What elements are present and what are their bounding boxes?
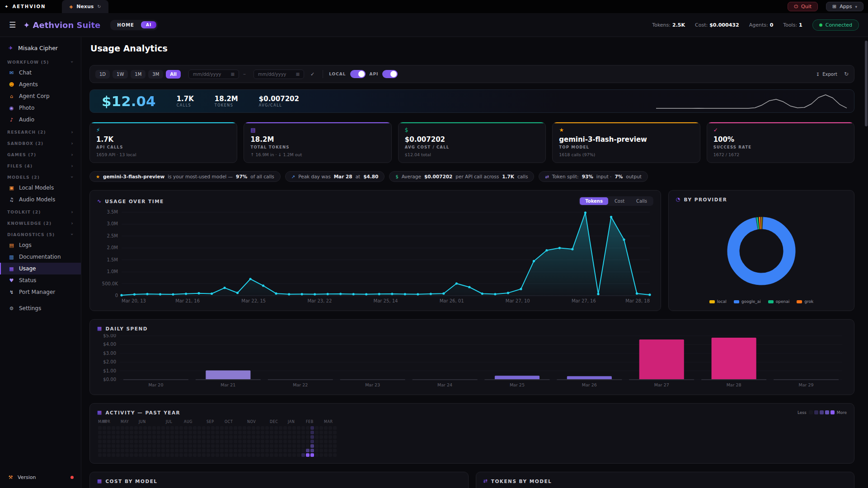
tab-nexus[interactable]: ◈ Nexus ↻ bbox=[62, 0, 108, 13]
apply-dates-button[interactable]: ✓ bbox=[308, 71, 317, 77]
range-button-1m[interactable]: 1M bbox=[131, 70, 145, 79]
mode-tokens-button[interactable]: Tokens bbox=[580, 197, 608, 205]
insight-pill[interactable]: $Average $0.007202 per API call across 1… bbox=[389, 171, 534, 182]
export-button[interactable]: ↧ Export bbox=[816, 72, 837, 77]
heatmap-cell bbox=[225, 431, 228, 434]
sidebar-item-documentation[interactable]: ▥Documentation bbox=[0, 251, 81, 263]
heatmap-cell bbox=[319, 426, 323, 430]
local-toggle[interactable] bbox=[350, 70, 366, 78]
sidebar-section-diagnostics-5[interactable]: DIAGNOSTICS (5)› bbox=[0, 228, 81, 239]
insight-pill[interactable]: ★gemini-3-flash-preview is your most-use… bbox=[89, 171, 281, 182]
heatmap-cell bbox=[306, 449, 310, 452]
insight-pill[interactable]: ⇄Token split: 93% input · 7% output bbox=[539, 171, 648, 182]
heatmap-cell bbox=[234, 435, 237, 439]
svg-text:Mar 27, 16: Mar 27, 16 bbox=[572, 298, 596, 303]
tab-label: Nexus bbox=[76, 4, 94, 9]
heatmap-cell bbox=[247, 435, 251, 439]
heatmap-cell bbox=[166, 449, 169, 452]
card-accent-bar bbox=[399, 122, 545, 123]
scrollbar-thumb[interactable] bbox=[865, 41, 868, 126]
mode-calls-button[interactable]: Calls bbox=[631, 197, 652, 205]
range-button-all[interactable]: All bbox=[166, 70, 181, 79]
metric-label: TOKENS bbox=[215, 103, 238, 107]
sidebar-section-sandbox-2[interactable]: SANDBOX (2)› bbox=[0, 137, 81, 148]
section-label: SANDBOX (2) bbox=[7, 141, 43, 146]
range-button-1w[interactable]: 1W bbox=[113, 70, 128, 79]
sidebar-item-local-models[interactable]: ▣Local Models bbox=[0, 182, 81, 194]
grid-icon: ⊞ bbox=[832, 4, 836, 9]
heatmap-cell bbox=[121, 449, 124, 452]
ai-badge[interactable]: AI bbox=[141, 21, 156, 28]
heatmap-cell bbox=[243, 444, 246, 448]
heatmap-cell bbox=[270, 440, 273, 443]
version-row[interactable]: ⚒ Version bbox=[0, 469, 81, 485]
heatmap-cell bbox=[292, 449, 296, 452]
heatmap-cell bbox=[324, 449, 328, 452]
chevron-icon: › bbox=[71, 129, 74, 135]
range-button-1d[interactable]: 1D bbox=[95, 70, 110, 79]
heatmap-cell bbox=[134, 431, 138, 434]
sidebar-section-workflow-5[interactable]: WORKFLOW (5)› bbox=[0, 56, 81, 67]
api-toggle[interactable] bbox=[382, 70, 398, 78]
heatmap-cell bbox=[112, 426, 115, 430]
heatmap-cell bbox=[152, 444, 156, 448]
quit-button[interactable]: ⏻ Quit bbox=[788, 2, 818, 11]
audio-models-icon: ♫ bbox=[8, 197, 15, 203]
user-name: Misaka Cipher bbox=[18, 45, 58, 51]
heatmap-cell bbox=[283, 453, 287, 457]
heatmap-cell bbox=[103, 426, 106, 430]
heatmap-cell bbox=[148, 449, 151, 452]
heatmap-cell bbox=[238, 453, 242, 457]
heatmap-cell bbox=[265, 440, 269, 443]
heatmap-cell bbox=[157, 453, 160, 457]
sidebar-item-usage[interactable]: ▦Usage bbox=[0, 263, 81, 274]
heatmap-cell bbox=[166, 435, 169, 439]
sidebar-section-files-4[interactable]: FILES (4)› bbox=[0, 159, 81, 171]
sidebar-item-logs[interactable]: ▤Logs bbox=[0, 239, 81, 251]
sidebar-section-knowledge-2[interactable]: KNOWLEDGE (2)› bbox=[0, 217, 81, 228]
heatmap-cell bbox=[166, 453, 169, 457]
date-to-input[interactable]: mm/dd/yyyy ▦ bbox=[253, 70, 304, 79]
sidebar-item-status[interactable]: ♥Status bbox=[0, 274, 81, 286]
heatmap-cell bbox=[116, 449, 120, 452]
metric-label: CALLS bbox=[177, 103, 194, 107]
heatmap-cell bbox=[265, 431, 269, 434]
sidebar-item-agents[interactable]: ☻Agents bbox=[0, 79, 81, 90]
heatmap-cell bbox=[288, 440, 291, 443]
month-label: MAY bbox=[121, 420, 129, 424]
sidebar-section-models-2[interactable]: MODELS (2)› bbox=[0, 171, 81, 182]
sidebar-section-research-2[interactable]: RESEARCH (2)› bbox=[0, 125, 81, 137]
legend-item-grok: grok bbox=[797, 299, 813, 304]
sidebar-item-chat[interactable]: ✉Chat bbox=[0, 67, 81, 79]
date-from-input[interactable]: mm/dd/yyyy ▦ bbox=[188, 70, 239, 79]
sidebar-item-audio[interactable]: ♪Audio bbox=[0, 114, 81, 125]
range-button-3m[interactable]: 3M bbox=[148, 70, 163, 79]
heatmap-cell bbox=[121, 453, 124, 457]
heatmap-cell bbox=[243, 426, 246, 430]
home-button[interactable]: HOME bbox=[112, 21, 140, 29]
sidebar-item-settings[interactable]: ⚙Settings bbox=[0, 302, 81, 314]
sidebar-user[interactable]: ✈ Misaka Cipher bbox=[0, 41, 81, 56]
date-range-separator: – bbox=[243, 71, 246, 77]
apps-button[interactable]: ⊞ Apps ▾ bbox=[826, 2, 863, 11]
stat-card-api-calls: ⚡1.7KAPI CALLS1659 API · 13 local bbox=[89, 122, 237, 163]
heatmap-cell bbox=[297, 444, 300, 448]
sidebar-item-photo[interactable]: ◉Photo bbox=[0, 102, 81, 114]
sidebar-section-games-7[interactable]: GAMES (7)› bbox=[0, 148, 81, 159]
refresh-button[interactable]: ↻ bbox=[844, 71, 849, 77]
sidebar-item-port-manager[interactable]: ↯Port Manager bbox=[0, 286, 81, 298]
sidebar-item-agent-corp[interactable]: ⌂Agent Corp bbox=[0, 90, 81, 102]
insight-pill[interactable]: ↗Peak day was Mar 28 at $4.80 bbox=[285, 171, 385, 182]
sidebar-item-audio-models[interactable]: ♫Audio Models bbox=[0, 194, 81, 205]
heatmap-cell bbox=[148, 453, 151, 457]
tab-refresh-icon[interactable]: ↻ bbox=[97, 4, 101, 9]
heatmap-cell bbox=[152, 431, 156, 434]
sidebar-section-toolkit-2[interactable]: TOOLKIT (2)› bbox=[0, 205, 81, 217]
mode-cost-button[interactable]: Cost bbox=[609, 197, 630, 205]
agents-icon: ☻ bbox=[8, 82, 15, 88]
month-label: AUG bbox=[184, 420, 192, 424]
panel-title: ACTIVITY — PAST YEAR bbox=[105, 410, 180, 415]
heatmap-cell bbox=[202, 431, 206, 434]
hamburger-menu-icon[interactable]: ☰ bbox=[9, 20, 16, 29]
heatmap-cell bbox=[125, 449, 129, 452]
